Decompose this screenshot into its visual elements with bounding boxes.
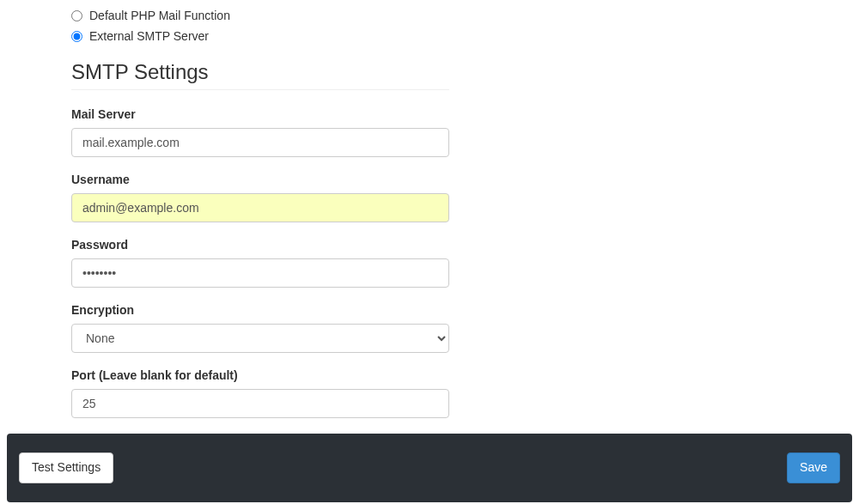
mail-server-label: Mail Server [71,107,859,121]
encryption-label: Encryption [71,303,859,317]
save-button[interactable]: Save [787,452,840,483]
footer-action-bar: Test Settings Save [7,434,852,502]
password-label: Password [71,238,859,252]
radio-row-default-php: Default PHP Mail Function [71,9,859,22]
username-input[interactable] [71,193,449,222]
mail-method-radio-group: Default PHP Mail Function External SMTP … [71,9,859,43]
smtp-settings-heading: SMTP Settings [71,60,859,84]
radio-default-php[interactable] [71,10,82,21]
port-label: Port (Leave blank for default) [71,368,859,382]
mail-server-input[interactable] [71,128,449,157]
form-group-password: Password [71,238,859,288]
heading-divider [71,89,449,90]
form-group-mail-server: Mail Server [71,107,859,157]
form-group-port: Port (Leave blank for default) [71,368,859,418]
password-input[interactable] [71,258,449,288]
port-input[interactable] [71,389,449,418]
radio-row-external-smtp: External SMTP Server [71,29,859,43]
radio-label-external-smtp[interactable]: External SMTP Server [89,29,209,43]
radio-external-smtp[interactable] [71,31,82,42]
form-group-username: Username [71,173,859,222]
test-settings-button[interactable]: Test Settings [19,452,113,483]
form-group-encryption: Encryption None [71,303,859,353]
radio-label-default-php[interactable]: Default PHP Mail Function [89,9,230,22]
encryption-select[interactable]: None [71,324,449,353]
username-label: Username [71,173,859,186]
